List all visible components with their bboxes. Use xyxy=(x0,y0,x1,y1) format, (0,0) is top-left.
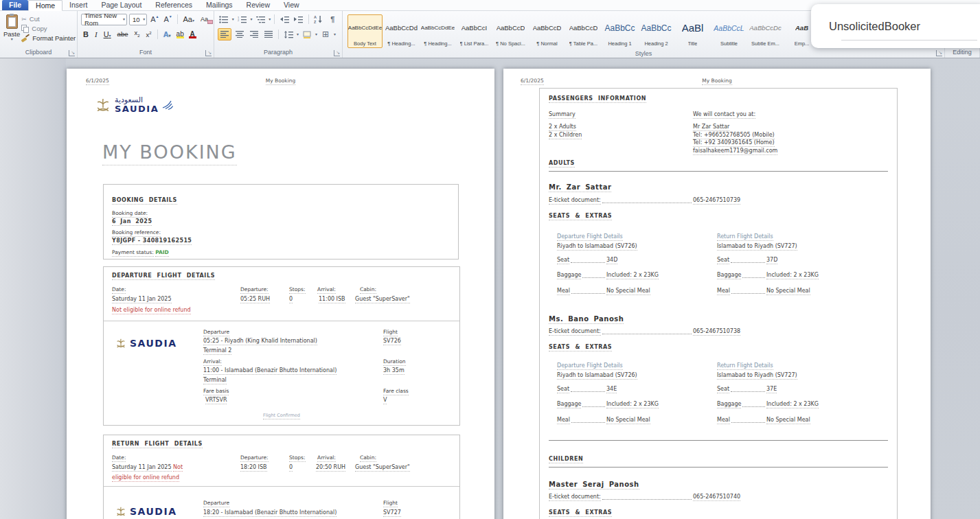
tab-references[interactable]: References xyxy=(148,0,199,10)
divider xyxy=(549,171,888,172)
underline-button[interactable]: U▾ xyxy=(102,29,113,40)
divider xyxy=(278,30,279,39)
tab-review[interactable]: Review xyxy=(240,0,277,10)
eticket-row: E-ticket document: 065-2467510739 xyxy=(549,197,755,205)
dialog-launcher-icon[interactable]: ↘ xyxy=(205,50,212,56)
font-color-button[interactable]: A xyxy=(187,31,198,38)
borders-button[interactable]: ⊞ xyxy=(319,29,332,40)
align-center-button[interactable] xyxy=(233,29,246,40)
bullets-button[interactable] xyxy=(218,14,230,25)
meal-label: Meal xyxy=(717,288,730,295)
cut-button[interactable]: ✂ Cut xyxy=(21,15,76,23)
grow-font-button[interactable]: A▲ xyxy=(149,14,160,24)
segment-arrival-value: 11:00 - Islamabad (Benazir Bhutto Intern… xyxy=(203,367,337,375)
passengers-info-box: PASSENGERS INFORMATION Summary We will c… xyxy=(539,88,898,519)
summary-label: Summary xyxy=(549,111,576,119)
tab-file[interactable]: File xyxy=(2,0,28,10)
format-painter-button[interactable]: Format Painter xyxy=(21,34,76,42)
subscript-button[interactable]: x2 xyxy=(132,27,141,41)
stops-label: Stops: xyxy=(289,454,306,462)
font-size-value: 10 xyxy=(133,16,140,23)
departure-route: Riyadh to Islamabad (SV726) xyxy=(557,372,637,380)
dialog-launcher-icon[interactable]: ↘ xyxy=(334,50,340,56)
group-clipboard: Paste ▾ ✂ Cut Copy xyxy=(0,11,78,58)
outbound-cabin: Guest "SuperSaver" xyxy=(355,296,410,303)
eticket-row: E-ticket document: 065-2467510740 xyxy=(549,494,755,501)
decrease-indent-button[interactable] xyxy=(278,14,290,25)
fare-basis-value: VRTSVR xyxy=(205,397,227,404)
departure-flight-heading: DEPARTURE FLIGHT DETAILS xyxy=(112,273,215,280)
saudia-crest-icon xyxy=(94,96,112,114)
return-col-title: Return Flight Details xyxy=(717,233,773,241)
summary-children: 2 x Children xyxy=(549,132,582,139)
style-subtle-emphasis[interactable]: AaBbCcDcSubtle Em... xyxy=(748,14,783,48)
divider xyxy=(157,30,158,39)
outbound-arrival: 11:00 ISB xyxy=(319,296,345,303)
paste-button[interactable]: Paste ▾ xyxy=(3,13,20,41)
style-heading-3[interactable]: AaBbCcDd¶ Heading... xyxy=(384,14,419,48)
meal-value: No Special Meal xyxy=(606,417,650,424)
style-title[interactable]: AaBlTitle xyxy=(675,14,710,48)
tab-view[interactable]: View xyxy=(277,0,306,10)
style-normal[interactable]: AaBbCcD¶ Normal xyxy=(529,14,565,48)
multilevel-list-button[interactable] xyxy=(254,14,266,25)
contact-label: We will contact you at: xyxy=(693,111,755,119)
dialog-launcher-icon[interactable]: ↘ xyxy=(69,50,75,56)
shrink-font-button[interactable]: A▼ xyxy=(163,14,174,24)
increase-indent-button[interactable] xyxy=(293,14,305,25)
tab-page-layout[interactable]: Page Layout xyxy=(94,0,148,10)
baggage-row: BaggageIncluded: 2 x 23KG xyxy=(717,401,865,408)
page-left[interactable]: 6/1/2025 My Booking السعودية SAUDIA MY B… xyxy=(67,69,494,519)
search-input[interactable] xyxy=(828,19,980,34)
strikethrough-button[interactable]: abe xyxy=(115,29,130,40)
show-paragraph-marks-button[interactable]: ¶ xyxy=(326,14,339,25)
style-body-text[interactable]: AaBbCcDdEeBody Text xyxy=(347,14,383,48)
justify-button[interactable] xyxy=(262,29,275,40)
shading-button[interactable] xyxy=(301,29,313,40)
inbound-stops: 0 xyxy=(289,464,293,472)
inbound-refund-note-1: Not xyxy=(173,464,183,472)
italic-button[interactable]: I xyxy=(93,29,100,40)
style-table-paragraph[interactable]: AaBbCcD¶ Table Pa... xyxy=(566,14,601,48)
style-heading-4[interactable]: AaBbCcDdEe¶ Heading... xyxy=(420,14,455,48)
passenger-name: Mr. Zar Sattar xyxy=(549,183,611,192)
inbound-date: Saturday 11 Jan 2025 xyxy=(112,464,172,472)
passengers-info-heading: PASSENGERS INFORMATION xyxy=(549,95,646,103)
numbering-button[interactable]: 12 xyxy=(236,14,249,25)
style-heading-1[interactable]: AaBbCcHeading 1 xyxy=(602,14,637,48)
style-list-paragraph[interactable]: AaBbCcI¶ List Para... xyxy=(457,14,492,48)
segment-arrival-label: Arrival: xyxy=(203,358,222,366)
style-no-spacing[interactable]: AaBbCcD¶ No Spaci... xyxy=(493,14,528,48)
meal-value: No Special Meal xyxy=(766,288,810,295)
contact-email: faisalhakeem1719@gmail.com xyxy=(693,148,777,155)
tab-insert[interactable]: Insert xyxy=(62,0,94,10)
tab-home[interactable]: Home xyxy=(28,0,62,11)
header-title: My Booking xyxy=(266,78,296,85)
baggage-label: Baggage xyxy=(557,272,581,279)
clear-formatting-button[interactable]: Aa xyxy=(198,14,210,25)
highlight-color-button[interactable]: ab xyxy=(175,31,185,38)
seat-value: 34E xyxy=(606,386,617,393)
align-left-button[interactable] xyxy=(218,28,231,41)
children-heading: CHILDREN xyxy=(549,456,583,463)
seat-value: 34D xyxy=(606,257,617,264)
page-right[interactable]: 6/1/2025 My Booking PASSENGERS INFORMATI… xyxy=(503,69,931,519)
line-spacing-button[interactable] xyxy=(282,29,295,40)
font-size-select[interactable]: 10▾ xyxy=(129,14,147,25)
style-heading-2[interactable]: AaBbCcHeading 2 xyxy=(639,14,674,48)
align-right-button[interactable] xyxy=(248,29,260,40)
tab-mailings[interactable]: Mailings xyxy=(199,0,240,10)
superscript-button[interactable]: x2 xyxy=(144,27,154,41)
bold-button[interactable]: B xyxy=(81,29,91,40)
font-name-select[interactable]: Times New Rom▾ xyxy=(81,14,127,25)
chevron-down-icon: ▾ xyxy=(123,18,125,21)
arrival-label: Arrival: xyxy=(317,286,336,294)
copy-button[interactable]: Copy xyxy=(21,25,76,32)
dialog-launcher-icon[interactable]: ↘ xyxy=(936,50,942,56)
sort-button[interactable]: AZ xyxy=(312,14,325,25)
style-subtitle[interactable]: AaBbCcLSubtitle xyxy=(711,14,747,48)
svg-text:2: 2 xyxy=(238,18,240,21)
text-effects-button[interactable]: A▾ xyxy=(161,29,173,40)
arrival-label: Arrival: xyxy=(317,454,336,462)
change-case-button[interactable]: Aa▾ xyxy=(181,14,196,25)
